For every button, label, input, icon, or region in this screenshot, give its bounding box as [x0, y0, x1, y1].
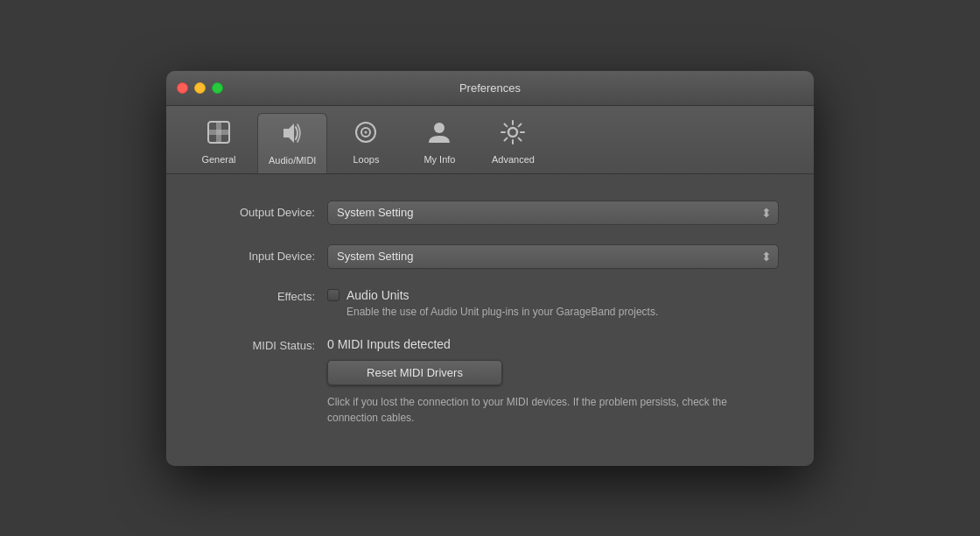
tab-general[interactable]: General: [184, 113, 254, 173]
midi-status-row: MIDI Status: 0 MIDI Inputs detected Rese…: [201, 337, 779, 426]
effects-label: Effects:: [201, 288, 315, 303]
svg-marker-3: [284, 123, 294, 143]
midi-status-label: MIDI Status:: [201, 337, 315, 352]
svg-point-8: [508, 128, 517, 137]
close-button[interactable]: [177, 82, 188, 94]
tab-advanced[interactable]: Advanced: [478, 113, 548, 173]
tab-audio-midi-label: Audio/MIDI: [269, 155, 316, 166]
svg-line-13: [505, 123, 508, 126]
toolbar: General Audio/MIDI: [166, 106, 814, 174]
my-info-icon: [425, 118, 453, 151]
audio-units-checkbox[interactable]: [327, 289, 340, 301]
midi-content: 0 MIDI Inputs detected Reset MIDI Driver…: [327, 337, 747, 426]
tab-audio-midi[interactable]: Audio/MIDI: [257, 113, 327, 173]
effects-content: Audio Units Enable the use of Audio Unit…: [327, 288, 658, 318]
input-device-select[interactable]: System Setting: [327, 244, 779, 269]
audio-units-description: Enable the use of Audio Unit plug-ins in…: [346, 306, 658, 318]
content-area: Output Device: System Setting ⬍ Input De…: [166, 174, 814, 466]
output-device-label: Output Device:: [201, 206, 315, 219]
svg-line-14: [519, 138, 522, 140]
tab-general-label: General: [201, 154, 235, 165]
window-title: Preferences: [459, 81, 521, 95]
minimize-button[interactable]: [194, 82, 206, 94]
svg-point-7: [434, 123, 444, 133]
advanced-icon: [499, 118, 527, 151]
output-device-row: Output Device: System Setting ⬍: [201, 201, 779, 225]
title-bar: Preferences: [166, 71, 814, 106]
tab-loops-label: Loops: [353, 154, 379, 165]
input-device-label: Input Device:: [201, 250, 315, 263]
svg-line-15: [519, 123, 522, 126]
tab-advanced-label: Advanced: [492, 154, 535, 165]
tab-my-info-label: My Info: [424, 154, 455, 165]
audio-units-row: Audio Units: [327, 288, 658, 302]
output-device-select[interactable]: System Setting: [327, 201, 779, 225]
audio-units-label: Audio Units: [346, 288, 410, 302]
output-device-wrapper: System Setting ⬍: [327, 201, 779, 225]
loops-icon: [352, 118, 380, 151]
traffic-lights: [177, 82, 223, 94]
svg-line-16: [505, 138, 508, 140]
preferences-window: Preferences General: [166, 71, 814, 466]
reset-midi-button[interactable]: Reset MIDI Drivers: [327, 360, 502, 385]
tab-my-info[interactable]: My Info: [404, 113, 474, 173]
midi-help-text: Click if you lost the connection to your…: [327, 394, 747, 426]
input-device-row: Input Device: System Setting ⬍: [201, 244, 779, 269]
tab-loops[interactable]: Loops: [331, 113, 401, 173]
audio-midi-icon: [278, 119, 306, 152]
input-device-wrapper: System Setting ⬍: [327, 244, 779, 269]
maximize-button[interactable]: [212, 82, 223, 94]
general-icon: [205, 118, 233, 151]
svg-point-6: [365, 130, 368, 133]
svg-rect-2: [208, 130, 229, 135]
midi-status-text: 0 MIDI Inputs detected: [327, 337, 747, 351]
effects-row: Effects: Audio Units Enable the use of A…: [201, 288, 779, 318]
